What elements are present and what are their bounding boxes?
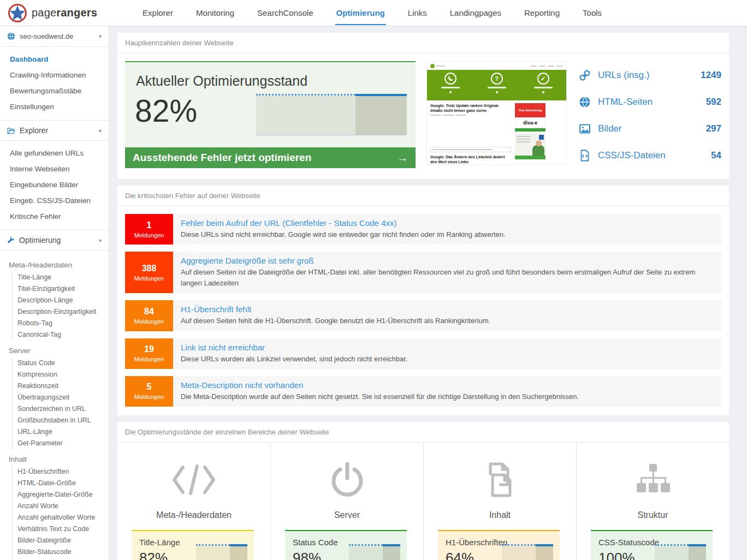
sidebar-item-description-laenge[interactable]: Description-Länge [13,295,109,306]
sidebar-item-aggregierte-datei-groesse[interactable]: Aggregierte-Datei-Größe [13,489,109,501]
sidebar-item-titel-einzigartigkeit[interactable]: Titel-Einzigartigkeit [13,283,109,295]
sidebar-item-alle-gefundenen-urls[interactable]: Alle gefundenen URLs [0,145,109,161]
pages-icon [424,455,576,505]
sidebar-item-crawling-informationen[interactable]: Crawling-Informationen [0,67,109,83]
sidebar-item-eingeb-css-js-dateien[interactable]: Eingeb. CSS/JS-Dateien [0,193,109,208]
sidebar-item-get-parameter[interactable]: Get-Parameter [13,438,109,449]
sidebar-item-reaktionszeit[interactable]: Reaktionszeit [13,380,109,392]
optimize-errors-button[interactable]: Ausstehende Fehler jetzt optimieren → [125,147,416,168]
power-icon [271,455,423,505]
sidebar-item-dashboard[interactable]: Dashboard [0,51,109,67]
error-row: 1 Meldungen Fehler beim Aufruf der URL (… [125,214,721,245]
top-bar: pagerangers Explorer Monitoring SearchCo… [0,0,747,26]
site-stats: URLs (insg.) 1249 HTML-Seiten 592 [579,61,721,171]
error-link[interactable]: Link ist nicht erreichbar [181,343,408,352]
nav-optimierung[interactable]: Optimierung [325,0,396,26]
wrench-icon [7,236,15,244]
sidebar-optimierung-items: Meta-/Headerdaten Title-Länge Titel-Einz… [0,251,109,560]
stat-css-js-dateien[interactable]: CSS/JS-Dateien 54 [579,145,721,166]
stat-urls[interactable]: URLs (insg.) 1249 [579,64,721,86]
error-description: Die Meta-Description wurde auf den Seite… [181,391,579,402]
nav-explorer[interactable]: Explorer [131,0,185,26]
sidebar-item-anzahl-gehaltvoller-worte[interactable]: Anzahl gehaltvoller Worte [13,512,109,523]
area-meta-headerdaten: Meta-/Headerdaten Title-Länge 82% DETAIL… [117,443,270,560]
phone-icon [444,73,456,85]
error-link[interactable]: H1-Überschrift fehlt [181,305,490,314]
metric-progress-bar [655,544,706,560]
sitemap-icon [577,455,729,505]
pagerangers-star-icon [8,3,27,23]
sidebar-item-kompression[interactable]: Kompression [13,369,109,380]
thumbnail-header [427,62,566,70]
sidebar-item-bilder-statuscode[interactable]: Bilder-Statuscode [13,546,109,558]
sidebar-item-sonderzeichen-in-url[interactable]: Sonderzeichen in URL [13,403,109,415]
sidebar-item-robots-tag[interactable]: Robots-Tag [13,318,109,329]
metric-progress-bar [349,544,400,560]
nav-links[interactable]: Links [396,0,438,26]
score-label: Aktueller Optimierungsstand [136,73,307,89]
globe-icon [579,96,591,108]
sidebar-item-eingebundene-bilder[interactable]: Eingebundene Bilder [0,177,109,193]
website-thumbnail: ? ✓ Google: Trotz Update ranken Original… [426,61,567,165]
top-navigation: Explorer Monitoring SearchConsole Optimi… [131,0,613,26]
thumbnail-headline-1: Google: Trotz Update ranken Original-Inh… [430,103,511,113]
score-value: 82% [135,93,197,129]
sidebar-item-canonical-tag[interactable]: Canonical-Tag [13,329,109,341]
stat-html-seiten[interactable]: HTML-Seiten 592 [579,91,721,113]
area-name: Inhalt [424,510,576,520]
area-metric-card: H1-Überschriften 64% DETAILS ANZEIGEN → [438,530,560,560]
area-name: Server [271,510,423,520]
sidebar-item-verhaeltnis-text-zu-code[interactable]: Verhältnis Text zu Code [13,523,109,535]
chevron-down-icon: ▾ [99,33,102,39]
error-count-badge: 19 Meldungen [125,338,173,369]
area-metric-card: Title-Länge 82% DETAILS ANZEIGEN → [132,530,254,560]
area-struktur: Struktur CSS-Statuscode 100% DETAILS ANZ… [576,443,729,560]
kpi-panel: Hauptkennzahlen deiner Webseite Aktuelle… [117,33,729,179]
sidebar-group-server: Server [0,344,109,358]
brand-logo[interactable]: pagerangers [8,3,97,23]
chevron-down-icon: ▾ [99,128,102,134]
errors-panel-title: Die kritischsten Fehler auf deiner Webse… [117,186,729,206]
nav-landingpages[interactable]: Landingpages [438,0,513,26]
sidebar-item-description-einzigartigkeit[interactable]: Description-Einzigartigkeit [13,306,109,318]
nav-searchconsole[interactable]: SearchConsole [246,0,325,26]
error-link[interactable]: Meta-Description nicht vorhanden [181,380,579,390]
sidebar-item-interne-webseiten[interactable]: Interne Webseiten [0,161,109,177]
nav-monitoring[interactable]: Monitoring [185,0,246,26]
error-description: Auf diesen Seiten ist die Dateigröße der… [181,267,714,289]
sidebar-item-url-laenge[interactable]: URL-Länge [13,426,109,438]
thumbnail-ad-diva-e: diva-e [515,117,546,128]
sidebar-item-bilder-dateigroesse[interactable]: Bilder-Dateigröße [13,535,109,546]
sidebar-item-einstellungen[interactable]: Einstellungen [0,99,109,115]
sidebar-item-status-code[interactable]: Status Code [13,358,109,369]
sidebar-item-anzahl-worte[interactable]: Anzahl Worte [13,501,109,512]
sidebar-group-inhalt: Inhalt [0,453,109,466]
sidebar-item-uebertragungszeit[interactable]: Übertragungszeit [13,392,109,403]
kpi-panel-title: Hauptkennzahlen deiner Webseite [117,33,729,53]
sidebar-item-h1-ueberschriften[interactable]: H1-Überschriften [13,466,109,478]
thumbnail-article-image [430,117,511,145]
folder-open-icon [7,127,15,134]
site-selector[interactable]: seo-suedwest.de ▾ [0,26,109,47]
sidebar-section-explorer[interactable]: Explorer ▾ [0,120,109,141]
sidebar-section-optimierung[interactable]: Optimierung ▾ [0,230,109,251]
sidebar-item-grossbuchstaben-in-url[interactable]: Großbuchstaben in URL [13,415,109,426]
error-link[interactable]: Aggregierte Dateigröße ist sehr groß [181,256,714,265]
error-count-badge: 84 Meldungen [125,300,173,331]
sidebar-item-bilder-alternativtext[interactable]: Bilder Alternativtext [13,558,109,560]
stat-bilder[interactable]: Bilder 297 [579,118,721,140]
sidebar-item-kritische-fehler[interactable]: Kritische Fehler [0,208,109,224]
code-icon [117,455,270,505]
sidebar-item-html-datei-groesse[interactable]: HTML-Datei-Größe [13,478,109,489]
check-icon: ✓ [537,73,549,85]
sidebar-item-title-laenge[interactable]: Title-Länge [13,272,109,283]
error-link[interactable]: Fehler beim Aufruf der URL (Clientfehler… [181,218,506,228]
thumbnail-ad-person [515,133,546,159]
nav-reporting[interactable]: Reporting [513,0,571,26]
nav-tools[interactable]: Tools [571,0,613,26]
areas-panel-title: Die Optimierungsstände der einzelnen Ber… [117,422,729,443]
metric-progress-bar [502,544,553,560]
sidebar-item-bewertungsmassstaebe[interactable]: Bewertungsmaßstäbe [0,83,109,99]
error-row: 84 Meldungen H1-Überschrift fehlt Auf di… [125,300,721,331]
error-count-badge: 5 Meldungen [125,376,173,407]
